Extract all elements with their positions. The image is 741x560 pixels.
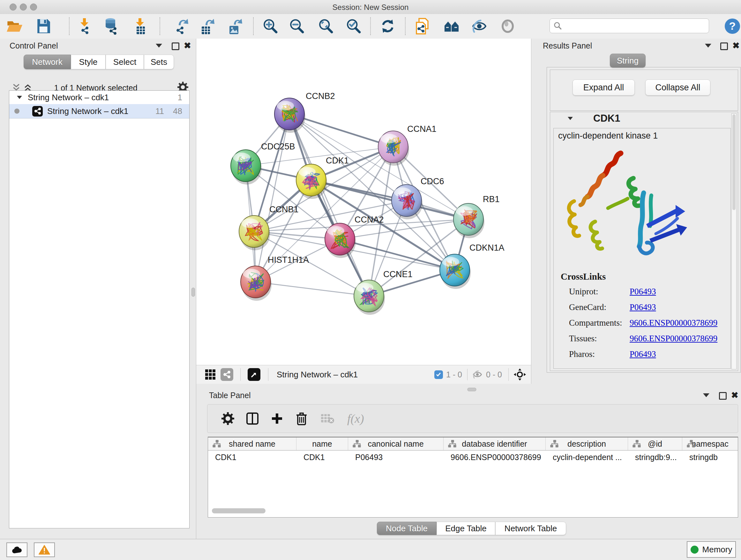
column-header-namespace[interactable]: namespac — [682, 437, 738, 450]
table-row[interactable]: CDK1 CDK1 P06493 9606.ENSP00000378699 cy… — [208, 450, 738, 464]
pan-mode-icon[interactable] — [513, 368, 527, 381]
table-header-row: shared name name canonical name database… — [208, 437, 738, 450]
tab-sets[interactable]: Sets — [144, 55, 174, 69]
node-label: CDK1 — [326, 156, 349, 165]
show-all-icon[interactable] — [498, 17, 517, 36]
cell-name[interactable]: CDK1 — [296, 450, 348, 464]
network-graph: CCNB2CCNA1CDC25BCDK1CDC6RB1CCNB1CCNA2CDK… — [196, 39, 531, 365]
open-session-icon[interactable] — [5, 17, 23, 36]
zoom-out-icon[interactable] — [288, 17, 307, 36]
control-panel-menu-icon[interactable] — [156, 44, 162, 48]
results-panel-menu-icon[interactable] — [705, 44, 711, 48]
crosslink-value[interactable]: P06493 — [630, 287, 722, 297]
table-panel-float-icon[interactable] — [719, 392, 727, 400]
export-image-icon[interactable] — [226, 17, 245, 36]
column-header-canonical-name[interactable]: canonical name — [348, 437, 444, 450]
export-network-icon[interactable] — [173, 17, 192, 36]
network-row[interactable]: String Network – cdk1 11 48 — [9, 104, 189, 118]
selected-checkbox-icon[interactable] — [434, 370, 443, 379]
table-horizontal-scrollbar[interactable] — [212, 508, 266, 513]
import-database-icon[interactable] — [102, 17, 120, 36]
toolbar-separator — [405, 17, 406, 35]
cell-canonical-name[interactable]: P06493 — [348, 450, 444, 464]
tab-network-table[interactable]: Network Table — [495, 522, 566, 535]
export-table-icon[interactable] — [199, 17, 217, 36]
hide-selected-icon[interactable] — [470, 17, 488, 36]
control-panel: Control Panel ✖ Network Style Select Set… — [0, 39, 196, 539]
birds-eye-view-icon[interactable] — [205, 369, 216, 380]
memory-label: Memory — [702, 545, 732, 555]
tab-network[interactable]: Network — [23, 55, 71, 69]
zoom-in-icon[interactable] — [261, 17, 280, 36]
column-type-icon — [212, 440, 221, 448]
show-columns-icon[interactable] — [246, 412, 259, 425]
column-header-database-identifier[interactable]: database identifier — [444, 437, 546, 450]
cell-database-identifier[interactable]: 9606.ENSP00000378699 — [444, 450, 546, 464]
zoom-fit-icon[interactable] — [317, 17, 335, 36]
memory-button[interactable]: Memory — [687, 541, 736, 558]
crosslink-value[interactable]: 9606.ENSP00000378699 — [630, 318, 722, 328]
results-panel: Results Panel ✖ String Expand All Collap… — [531, 39, 741, 386]
search-input[interactable] — [564, 21, 709, 30]
crosslink-value[interactable]: P06493 — [630, 302, 722, 312]
table-splitter-handle[interactable] — [468, 388, 476, 391]
results-scrollbar[interactable] — [731, 113, 737, 369]
table-panel-title: Table Panel — [209, 391, 251, 400]
collapse-all-button[interactable]: Collapse All — [645, 79, 711, 96]
warning-button[interactable] — [34, 543, 55, 557]
control-panel-close-icon[interactable]: ✖ — [184, 42, 191, 50]
table-panel-menu-icon[interactable] — [703, 393, 710, 397]
hidden-eye-icon — [472, 370, 483, 379]
cell-namespace[interactable]: stringdb — [682, 450, 738, 464]
neighbors-icon[interactable] — [443, 17, 461, 36]
collection-count: 1 — [178, 92, 182, 103]
network-edge-count: 48 — [173, 106, 182, 116]
cell-id[interactable]: stringdb:9... — [628, 450, 682, 464]
network-collection-row[interactable]: String Network – cdk1 1 — [9, 91, 189, 104]
node-label: CCNE1 — [383, 269, 413, 279]
open-in-window-icon[interactable] — [248, 368, 260, 381]
cell-description[interactable]: cyclin-dependent ... — [546, 450, 628, 464]
control-panel-float-icon[interactable] — [172, 43, 179, 50]
node-label: CDC25B — [261, 142, 295, 151]
collection-expand-icon[interactable] — [17, 96, 22, 99]
tab-select[interactable]: Select — [106, 55, 144, 69]
column-type-icon — [550, 440, 558, 448]
protein-collapse-icon[interactable] — [568, 117, 573, 120]
save-session-icon[interactable] — [34, 17, 53, 36]
column-header-name[interactable]: name — [296, 437, 348, 450]
crosslink-label: Tissues: — [569, 334, 630, 344]
column-header-description[interactable]: description — [546, 437, 628, 450]
column-header-id[interactable]: @id — [628, 437, 682, 450]
network-canvas[interactable]: CCNB2CCNA1CDC25BCDK1CDC6RB1CCNB1CCNA2CDK… — [196, 39, 531, 365]
cloud-button[interactable] — [6, 543, 27, 557]
tab-edge-table[interactable]: Edge Table — [436, 522, 495, 535]
tab-node-table[interactable]: Node Table — [377, 522, 436, 535]
table-settings-gear-icon[interactable] — [221, 412, 234, 425]
column-type-icon — [353, 440, 361, 448]
network-type-badge-icon[interactable] — [220, 368, 233, 381]
import-table-icon[interactable] — [131, 17, 149, 36]
results-panel-close-icon[interactable]: ✖ — [732, 42, 740, 50]
help-icon[interactable]: ? — [723, 17, 741, 36]
crosslink-label: Pharos: — [569, 349, 630, 359]
expand-all-button[interactable]: Expand All — [572, 79, 635, 96]
panel-splitter-handle[interactable] — [192, 288, 195, 297]
table-panel-close-icon[interactable]: ✖ — [731, 391, 738, 400]
refresh-icon[interactable] — [379, 17, 397, 36]
column-type-icon — [448, 440, 456, 448]
crosslink-value[interactable]: P06493 — [630, 349, 722, 359]
results-tab-string[interactable]: String — [610, 54, 646, 68]
delete-column-icon[interactable] — [295, 412, 308, 425]
clone-network-icon[interactable] — [413, 17, 431, 36]
import-network-icon[interactable] — [75, 17, 94, 36]
crosslink-value[interactable]: 9606.ENSP00000378699 — [630, 334, 722, 344]
node-label: CDKN1A — [469, 243, 504, 253]
column-header-shared-name[interactable]: shared name — [208, 437, 296, 450]
main-toolbar: ? — [0, 14, 741, 39]
create-column-icon[interactable] — [271, 412, 283, 425]
tab-style[interactable]: Style — [71, 55, 106, 69]
results-panel-float-icon[interactable] — [720, 43, 728, 50]
cell-shared-name[interactable]: CDK1 — [208, 450, 296, 464]
zoom-selected-icon[interactable] — [345, 17, 363, 36]
